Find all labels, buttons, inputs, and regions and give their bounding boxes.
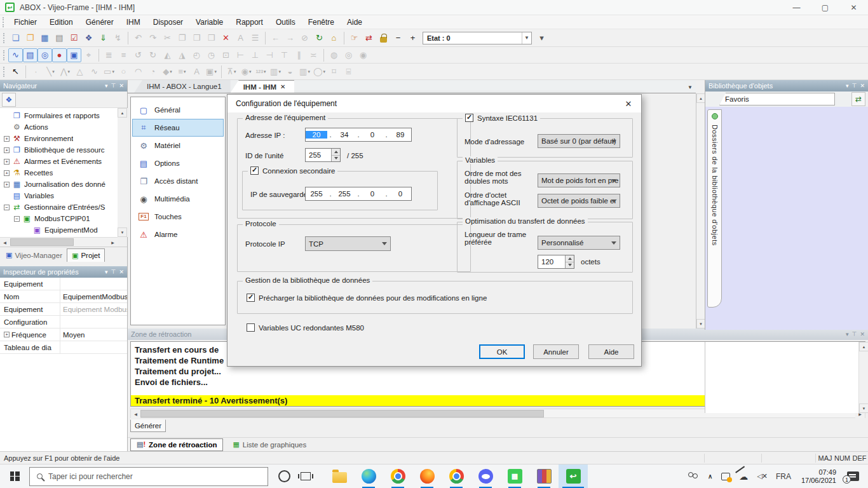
iec-syntax-checkbox[interactable] [465, 114, 473, 122]
scroll-right-icon[interactable]: ▶ [108, 238, 118, 247]
scrollbar-thumb[interactable] [140, 410, 544, 417]
record-icon[interactable]: ● [52, 48, 67, 62]
navigator-tree-vscrollbar[interactable]: ▲ ▼ [118, 108, 128, 237]
config-category-options[interactable]: ▤Options [132, 154, 224, 172]
library-pin-icon[interactable]: ⊤ [852, 83, 857, 89]
tree-item-journalisation-des-donne[interactable]: +▦Journalisation des donné [0, 179, 118, 190]
onedrive-paused-icon[interactable]: ☁ [735, 464, 752, 488]
expand-icon[interactable]: + [4, 147, 10, 153]
help-button[interactable]: Aide [588, 344, 634, 359]
navigator-view-icon[interactable]: ❖ [2, 93, 16, 107]
library-close-icon[interactable]: ✕ [860, 83, 865, 89]
lines-tool-icon-dropdown[interactable]: ▾ [184, 69, 186, 74]
ok-button[interactable]: OK [479, 344, 525, 359]
ip-octet-3[interactable]: 0 [362, 131, 383, 139]
menu-rapport[interactable]: Rapport [229, 17, 269, 28]
cortana-icon[interactable] [278, 470, 290, 482]
scroll-down-icon[interactable]: ▼ [696, 319, 705, 329]
tray-app-icon[interactable] [717, 464, 735, 488]
spin-up-icon[interactable] [332, 149, 340, 156]
scroll-up-icon[interactable]: ▲ [859, 342, 868, 351]
people-icon[interactable] [683, 464, 703, 488]
tree-item-modbustcpip01[interactable]: −▣ModbusTCPIP01 [0, 213, 118, 224]
scroll-down-icon[interactable]: ▼ [118, 227, 127, 237]
chrome-icon[interactable] [383, 464, 412, 488]
select-tool-icon[interactable]: ↖ [8, 65, 23, 79]
library-folders-vertical-tab[interactable]: Dossiers de la bibliothèque d'objets [707, 109, 722, 308]
ip-address-input[interactable]: 20.34.0.89 [305, 128, 412, 142]
edge-icon[interactable] [354, 464, 383, 488]
preload-library-checkbox[interactable] [247, 294, 255, 302]
ip-protocol-select[interactable]: TCP [305, 236, 391, 251]
tab-close-icon[interactable]: ✕ [280, 83, 285, 90]
menu-fichier[interactable]: Fichier [8, 17, 43, 28]
property-row-equipement[interactable]: Equipement [0, 278, 127, 290]
scroll-up-icon[interactable]: ▲ [118, 108, 127, 118]
backup-octet-3[interactable]: 0 [362, 190, 383, 198]
navigator-pin-icon[interactable]: ⊤ [111, 83, 116, 89]
cancel-button[interactable]: Annuler [533, 344, 579, 359]
zoom-in-icon[interactable]: + [405, 31, 420, 45]
tree-item-recettes[interactable]: +⚗Recettes [0, 167, 118, 179]
menu-disposer[interactable]: Disposer [147, 17, 189, 28]
property-row-configuration[interactable]: Configuration [0, 316, 127, 329]
unit-id-value[interactable]: 255 [306, 149, 331, 161]
scroll-up-icon[interactable]: ▲ [696, 93, 705, 103]
winrar-icon[interactable] [529, 464, 559, 488]
tree-item-environnement[interactable]: +⚒Environnement [0, 133, 118, 144]
bar-graph-tool-icon-dropdown[interactable]: ▾ [308, 69, 310, 74]
home-icon[interactable]: ⌂ [327, 31, 341, 45]
tree-item-equipementmod[interactable]: ▣EquipementMod [0, 224, 118, 236]
bottom-tab-liste-de-graphiques[interactable]: ▦Liste de graphiques [227, 438, 312, 451]
config-category-acces-distant[interactable]: ❐Accès distant [132, 172, 224, 190]
message-display-tool-icon-dropdown[interactable]: ▾ [278, 69, 281, 74]
switch-tool-icon-dropdown[interactable]: ▾ [234, 69, 236, 74]
delete-icon[interactable]: ✕ [219, 31, 233, 45]
menu-outils[interactable]: Outils [269, 17, 302, 28]
expand-icon[interactable]: + [4, 332, 10, 337]
verify-project-icon[interactable]: ☑ [67, 31, 81, 45]
bottom-tab-zone-de-retroaction[interactable]: ▤!Zone de rétroaction [130, 438, 223, 451]
toolbar-overflow-icon[interactable]: ▾ [534, 31, 549, 45]
document-vscrollbar[interactable]: ▲ ▼ [696, 93, 705, 329]
start-button[interactable] [0, 464, 29, 488]
tab-vijeo-manager[interactable]: ▣Vijeo-Manager [1, 248, 67, 262]
config-category-multimedia[interactable]: ◉Multimédia [132, 190, 224, 208]
property-row-equipement[interactable]: EquipementEquipement Modbus [0, 303, 127, 316]
config-category-reseau[interactable]: ⌗Réseau [132, 119, 224, 137]
library-menu-icon[interactable]: ▾ [846, 83, 849, 89]
addressing-mode-select[interactable]: Basé sur 0 (par défaut) [538, 134, 620, 148]
etat-combo-dropdown-icon[interactable]: ▼ [522, 32, 531, 44]
redundant-vars-checkbox[interactable] [247, 323, 255, 332]
open-file-icon[interactable]: ❐ [23, 31, 37, 45]
clock[interactable]: 07:49 17/06/2021 [796, 468, 842, 485]
generate-tab[interactable]: Générer [130, 419, 166, 432]
frame-length-select[interactable]: Personnalisé [538, 236, 620, 250]
backup-octet-1[interactable]: 255 [306, 190, 327, 198]
tree-item-formulaires-et-rapports[interactable]: ❐Formulaires et rapports [0, 110, 118, 121]
document-tab-ihm-abox-langue1[interactable]: IHM - ABOX - Langue1 [134, 80, 231, 93]
config-category-materiel[interactable]: ⚙Matériel [132, 137, 224, 154]
menu-generer[interactable]: Générer [79, 17, 120, 28]
tree-item-actions[interactable]: ⚙Actions [0, 121, 118, 133]
expand-icon[interactable]: + [4, 182, 10, 187]
menu-aide[interactable]: Aide [341, 17, 369, 28]
tray-expand-icon[interactable]: ∧ [703, 464, 717, 488]
ascii-order-select[interactable]: Octet de poids faible er [538, 194, 620, 208]
taskbar-search-input[interactable]: Taper ici pour rechercher [29, 467, 268, 486]
config-category-touches[interactable]: F1Touches [132, 208, 224, 226]
download-to-target-icon[interactable]: ⇓ [96, 31, 111, 45]
print-icon[interactable]: ▤ [52, 31, 67, 45]
tree-item-bibliotheque-de-ressourc[interactable]: +❐Bibliothèque de ressourc [0, 144, 118, 156]
library-manage-icon[interactable]: ⇄ [851, 92, 865, 106]
spin-down-icon[interactable] [566, 262, 574, 269]
rectangle-tool-icon-dropdown[interactable]: ▾ [112, 69, 114, 74]
vijeo-frame-icon[interactable]: ↩ [559, 464, 588, 488]
config-category-alarme[interactable]: ⚠Alarme [132, 226, 224, 243]
property-value[interactable]: EquipementModbus0 [60, 293, 127, 301]
menu-variable[interactable]: Variable [189, 17, 229, 28]
menu-ihm[interactable]: IHM [120, 17, 147, 28]
navigator-tree-hscrollbar[interactable]: ◀ ▶ [0, 237, 118, 247]
notification-center-icon[interactable]: 1 [847, 471, 859, 481]
io-state-icon[interactable]: ⇄ [362, 31, 376, 45]
